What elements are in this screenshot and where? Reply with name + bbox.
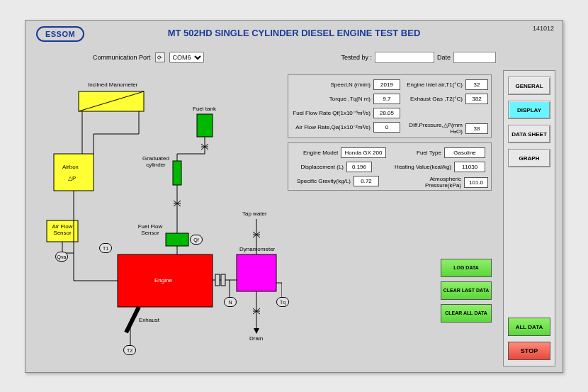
torque-label: Torque ,Tq(N m) <box>291 96 373 102</box>
svg-rect-29 <box>215 274 220 286</box>
svg-line-34 <box>253 232 260 237</box>
t2-tag: T2 <box>123 345 136 355</box>
t1-tag: T1 <box>99 243 112 253</box>
datasheet-button[interactable]: DATA SHEET <box>508 125 550 143</box>
tested-by-input[interactable] <box>375 52 434 63</box>
tested-by-group: Tested by : Date <box>341 52 496 63</box>
general-button[interactable]: GENERAL <box>508 77 550 95</box>
fuelflow-label: Fuel Flow Rate Qf(1x10⁻⁶m³/s) <box>291 110 373 116</box>
drain-label: Drain <box>249 335 263 342</box>
qva-tag: Qva <box>55 252 68 262</box>
airflow-sensor-label: Air Flow Sensor <box>50 223 75 236</box>
fuel-value: Gasoline <box>444 147 485 158</box>
graph-button[interactable]: GRAPH <box>508 149 550 167</box>
tested-by-label: Tested by : <box>341 54 372 61</box>
inlet-value: 32 <box>465 79 488 90</box>
tq-tag: Tq <box>276 297 289 307</box>
fuelflow-value: 28.05 <box>373 108 400 118</box>
dynamometer-label: Dynamometer <box>239 246 275 252</box>
date-input[interactable] <box>453 52 496 63</box>
measurements-panel: Speed,N (r/min)2019 Torque ,Tq(N m)9.7 F… <box>288 74 492 138</box>
inclined-manometer-label: Inclined Manometer <box>88 82 137 88</box>
fuelflow-sensor-label: Fuel Flow Sensor <box>136 223 164 236</box>
date-label: Date <box>437 54 451 61</box>
inlet-label: Engine Inlet air,T1(°C) <box>405 82 465 88</box>
comm-port-select[interactable]: COM6 <box>169 52 204 63</box>
clear-all-button[interactable]: CLEAR ALL DATA <box>441 304 492 323</box>
n-tag: N <box>224 297 237 307</box>
control-column: GENERAL DISPLAY DATA SHEET GRAPH ALL DAT… <box>503 70 555 366</box>
exhaust-label: Exhaust <box>139 317 159 323</box>
svg-rect-4 <box>197 114 213 137</box>
svg-line-25 <box>174 201 181 206</box>
svg-rect-0 <box>79 91 144 111</box>
speed-label: Speed,N (r/min) <box>291 82 373 88</box>
model-label: Engine Model <box>291 150 341 156</box>
page-title: MT 502HD SINGLE CYLINDER DIESEL ENGINE T… <box>26 28 562 38</box>
exhaust-value: 382 <box>465 94 488 104</box>
engine-panel: Engine ModelHonda GX 200 Displacement (L… <box>288 142 492 191</box>
diffp-value: 38 <box>465 123 488 134</box>
torque-value: 9.7 <box>373 94 400 104</box>
engine-label: Engine <box>154 277 172 284</box>
svg-rect-30 <box>221 274 225 286</box>
airbox-label: Airbox <box>62 164 79 170</box>
svg-line-20 <box>201 144 208 150</box>
model-value: Honda GX 200 <box>341 147 386 158</box>
svg-rect-8 <box>237 254 276 291</box>
svg-rect-5 <box>173 161 181 185</box>
refresh-icon[interactable]: ⟳ <box>155 52 165 62</box>
svg-line-19 <box>201 144 208 150</box>
stop-button[interactable]: STOP <box>508 342 550 360</box>
disp-value: 0.196 <box>346 162 372 172</box>
airflow-value: 0 <box>373 122 400 133</box>
airflow-label: Air Flow Rate,Qa(1x10⁻²m³/s) <box>291 124 373 130</box>
tap-water-label: Tap water <box>242 211 267 217</box>
sg-value: 0.72 <box>354 176 379 186</box>
svg-line-26 <box>174 201 181 206</box>
svg-rect-2 <box>54 154 94 191</box>
atm-value: 101.0 <box>464 177 488 188</box>
svg-line-38 <box>253 308 260 314</box>
flow-diagram: Inclined Manometer Fuel tank Airbox △P G… <box>33 70 282 366</box>
fuel-label: Fuel Type <box>400 150 444 156</box>
clear-last-button[interactable]: CLEAR LAST DATA <box>441 281 492 300</box>
log-button-group: LOG DATA CLEAR LAST DATA CLEAR ALL DATA <box>441 259 492 327</box>
exhaust-label: Exhaust Gas ,T2(°C) <box>405 96 465 102</box>
disp-label: Displacement (L) <box>291 164 346 170</box>
sg-label: Specific Gravity(kg/L) <box>291 178 354 184</box>
display-button[interactable]: DISPLAY <box>508 101 550 119</box>
fuel-tank-label: Fuel tank <box>193 106 216 112</box>
hv-label: Heating Value(kcal/kg) <box>393 164 454 170</box>
all-data-button[interactable]: ALL DATA <box>508 318 550 336</box>
diffp-label: Diff.Pressure,△P(mm H₂O) <box>405 122 465 135</box>
dp-label: △P <box>68 175 76 181</box>
svg-line-31 <box>126 307 139 332</box>
qf-tag: Qf <box>190 235 203 245</box>
svg-line-39 <box>253 308 260 314</box>
doc-number: 141012 <box>533 25 554 32</box>
svg-line-35 <box>253 232 260 237</box>
comm-port-label: Communication Port <box>93 54 151 61</box>
app-window: ESSOM MT 502HD SINGLE CYLINDER DIESEL EN… <box>25 20 563 373</box>
log-data-button[interactable]: LOG DATA <box>441 259 492 277</box>
hv-value: 11030 <box>454 162 485 172</box>
atm-label: Atmospheric Pressure(kPa) <box>393 176 464 189</box>
speed-value: 2019 <box>373 79 400 90</box>
svg-marker-40 <box>254 328 259 334</box>
svg-line-1 <box>79 91 144 111</box>
svg-rect-6 <box>166 233 188 246</box>
comm-port-control: Communication Port ⟳ COM6 <box>93 52 204 63</box>
graduated-cylinder-label: Graduated cylinder <box>139 155 173 168</box>
